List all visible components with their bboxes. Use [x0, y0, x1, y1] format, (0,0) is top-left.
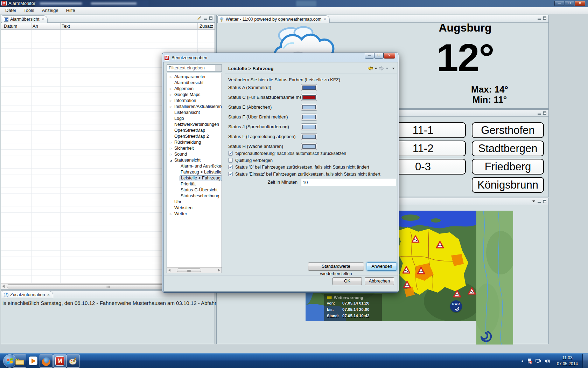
tree-item[interactable]: Listenansicht [167, 110, 222, 116]
time-in-minutes-input[interactable] [301, 179, 396, 186]
media-player-taskbar-icon[interactable] [29, 356, 37, 365]
minimize-icon[interactable] [538, 16, 541, 20]
network-icon[interactable] [536, 359, 541, 364]
column-header[interactable]: Datum [4, 23, 17, 29]
tree-item[interactable]: Alarmübersicht [167, 80, 222, 86]
tree-collapsed-icon[interactable]: ▷ [168, 105, 173, 108]
tree-item[interactable]: Status-C-Übersicht [167, 187, 222, 193]
status-color-button[interactable] [301, 114, 317, 121]
checkbox[interactable] [228, 158, 233, 163]
scroll-left-icon[interactable] [2, 285, 5, 288]
tree-collapsed-icon[interactable]: ▷ [168, 87, 173, 90]
tree-collapsed-icon[interactable]: ▷ [168, 99, 173, 102]
minimize-icon[interactable]: — [554, 1, 564, 6]
tree-item[interactable]: ▷Wetter [167, 211, 222, 217]
filter-input[interactable] [167, 64, 222, 71]
dialog-titlebar[interactable]: M Benutzervorgaben [164, 54, 207, 61]
scroll-right-icon[interactable] [218, 269, 220, 272]
menu-item-tools[interactable]: Tools [20, 7, 38, 14]
tree-item[interactable]: ▷Google Maps [167, 92, 222, 98]
tree-item[interactable]: ◢Statusansicht [167, 157, 222, 163]
menu-item-anzeige[interactable]: Anzeige [38, 7, 62, 14]
ok-button[interactable]: OK [332, 277, 362, 285]
city-button[interactable]: Stadtbergen [472, 141, 544, 156]
tree-collapsed-icon[interactable]: ▷ [168, 147, 173, 150]
back-dropdown-icon[interactable] [374, 68, 377, 69]
status-color-button[interactable] [301, 104, 317, 111]
checkbox[interactable]: ✓ [228, 165, 233, 169]
menu-item-datei[interactable]: Datei [1, 7, 20, 14]
regional-map[interactable] [476, 211, 513, 345]
checkbox-row[interactable]: ✓'Sprechaufforderung' nach 30s automatis… [228, 151, 396, 157]
tree-item[interactable]: OpenStreetMap [167, 128, 222, 134]
close-icon[interactable]: ✕ [575, 1, 585, 6]
view-menu-icon[interactable] [532, 200, 535, 202]
taskbar-clock[interactable]: 11:03 07.05.2014 [555, 355, 580, 367]
alarmmonitor-taskbar-button[interactable]: M [53, 354, 66, 368]
restore-defaults-button[interactable]: Standardwerte wiederherstellen [308, 263, 364, 271]
back-arrow-icon[interactable] [368, 66, 373, 70]
close-icon[interactable]: ✕ [384, 53, 395, 59]
tree-item[interactable]: ▷Allgemein [167, 86, 222, 92]
explorer-taskbar-button[interactable] [13, 354, 26, 368]
checkbox-row[interactable]: Quittung verbergen [228, 158, 396, 164]
firefox-taskbar-button[interactable] [40, 354, 53, 368]
minimize-icon[interactable]: — [365, 53, 374, 59]
tree-item[interactable]: ▷Sound [167, 151, 222, 157]
status-color-button[interactable] [301, 133, 317, 140]
tree-collapsed-icon[interactable]: ▷ [168, 153, 173, 156]
minimize-icon[interactable] [538, 111, 541, 115]
tree-item[interactable]: ▷Sicherheit [167, 145, 222, 151]
tree-item[interactable]: ▷Information [167, 98, 222, 104]
maximize-icon[interactable] [543, 200, 546, 203]
volume-icon[interactable] [545, 359, 551, 364]
minimize-icon[interactable] [204, 16, 207, 20]
menu-item-hilfe[interactable]: Hilfe [62, 7, 79, 14]
scroll-left-icon[interactable] [168, 269, 170, 272]
checkbox-row[interactable]: ✓Status 'C' bei Fahrzeugen zurücksetzen,… [228, 164, 396, 171]
tree-item[interactable]: ▷Rückmeldung [167, 139, 222, 145]
forward-arrow-icon[interactable] [379, 66, 384, 70]
tree-item[interactable]: OpenStreetMap 2 [167, 134, 222, 139]
status-color-button[interactable] [301, 84, 317, 91]
tree-item[interactable]: Fahrzeug > Leitstelle [167, 169, 222, 175]
tree-item[interactable]: Statusbeschreibung [167, 193, 222, 199]
tree-expanded-icon[interactable]: ◢ [168, 159, 173, 162]
tree-item[interactable]: Websiten [167, 205, 222, 211]
tree-collapsed-icon[interactable]: ▷ [168, 75, 173, 79]
status-color-button[interactable] [301, 143, 317, 150]
tab-alarmuebersicht[interactable]: Alarmübersicht × [2, 15, 48, 23]
column-header[interactable]: Zusatz [200, 23, 213, 29]
tree-collapsed-icon[interactable]: ▷ [168, 93, 173, 96]
tree-horizontal-scrollbar[interactable] [167, 267, 222, 273]
status-color-button[interactable] [301, 123, 317, 130]
maximize-icon[interactable]: ❐ [374, 53, 384, 59]
tree-item[interactable]: Alarm- und Ausrückeordnung [167, 163, 222, 169]
close-icon[interactable]: × [47, 293, 49, 297]
status-color-button[interactable] [301, 94, 317, 101]
maximize-icon[interactable] [543, 111, 546, 115]
tree-item[interactable]: Netzwerkverbindungen [167, 122, 222, 128]
action-center-flag-icon[interactable] [527, 358, 532, 364]
column-header[interactable]: Text [62, 23, 70, 29]
cancel-button[interactable]: Abbrechen [365, 277, 394, 285]
city-button[interactable]: Königsbrunn [472, 177, 544, 193]
checkbox[interactable]: ✓ [228, 151, 233, 156]
checkbox-row[interactable]: ✓Status 'Einsatz' bei Fahrzeugen zurücks… [228, 171, 396, 178]
tree-item[interactable]: Logo [167, 116, 222, 122]
close-icon[interactable]: × [324, 17, 326, 21]
forward-dropdown-icon[interactable] [386, 68, 388, 69]
tree-item[interactable]: Priorität [167, 181, 222, 187]
checkbox[interactable]: ✓ [228, 172, 233, 176]
tree-item[interactable]: ▷Alarmparameter [167, 74, 222, 80]
maximize-icon[interactable] [209, 16, 212, 20]
restore-icon[interactable]: ❐ [565, 1, 574, 6]
tree-item[interactable]: ▷Installieren/Aktualisieren [167, 104, 222, 110]
tree-item[interactable]: Uhr [167, 199, 222, 205]
close-icon[interactable]: × [42, 17, 44, 21]
minimize-icon[interactable] [538, 200, 541, 203]
edit-pencil-icon[interactable] [197, 16, 201, 20]
maximize-icon[interactable] [543, 16, 546, 20]
paint-taskbar-button[interactable] [66, 354, 80, 368]
tree-item[interactable]: Leistelle > Fahrzeug [167, 175, 222, 181]
